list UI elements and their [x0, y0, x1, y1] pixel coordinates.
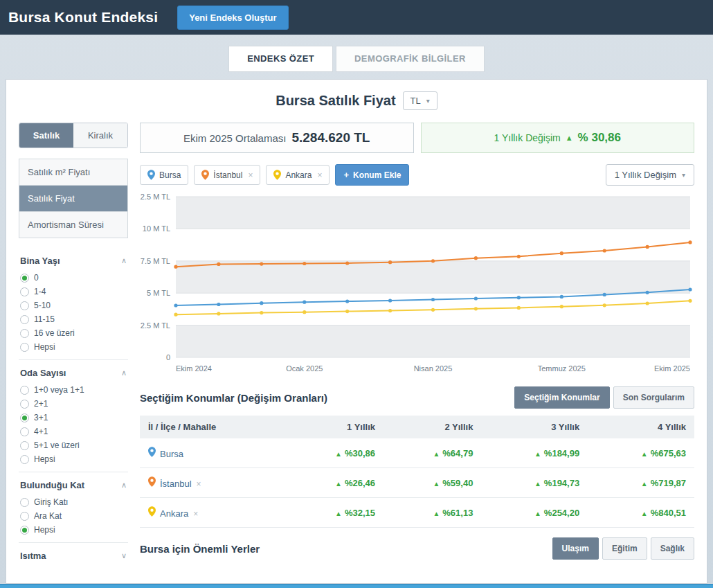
places-tab-ula-m[interactable]: Ulaşım — [552, 537, 599, 560]
up-triangle-icon: ▲ — [433, 450, 440, 458]
change-value: %32,15 — [345, 508, 375, 518]
tab-endeks-ozet[interactable]: ENDEKS ÖZET — [228, 46, 333, 72]
main-card: Bursa Satılık Fiyat TL ▾ SatılıkKiralık … — [6, 79, 707, 584]
radio-option-label: Hepsi — [34, 525, 55, 535]
radio-option-hepsi[interactable]: Hepsi — [19, 452, 128, 466]
change-value: % 30,86 — [578, 131, 621, 145]
radio-option-hepsi[interactable]: Hepsi — [19, 523, 128, 537]
svg-text:2.5 M TL: 2.5 M TL — [141, 321, 170, 330]
radio-option-16-ve-zeri[interactable]: 16 ve üzeri — [19, 326, 128, 340]
sidebar-item-sat-l-k-m-fiyat[interactable]: Satılık m² Fiyatı — [19, 159, 127, 186]
radio-option-11-15[interactable]: 11-15 — [19, 312, 128, 326]
svg-text:5 M TL: 5 M TL — [147, 289, 170, 297]
tab-demografik-bilgiler[interactable]: DEMOGRAFİK BİLGİLER — [336, 46, 485, 72]
radio-icon — [20, 427, 29, 436]
radio-option-1-0-veya-1-1[interactable]: 1+0 veya 1+1 — [19, 383, 128, 397]
radio-selected-icon — [20, 526, 29, 535]
sidebar-item-amortisman-s-resi[interactable]: Amortisman Süresi — [19, 212, 127, 238]
radio-option-label: Ara Kat — [34, 511, 62, 521]
filter-header-is-tma[interactable]: Isıtma∨ — [19, 543, 128, 566]
period-select[interactable]: 1 Yıllık Değişim ▾ — [606, 164, 694, 186]
change-value: %719,87 — [651, 478, 686, 488]
filter-header-bulundu-u-kat[interactable]: Bulunduğu Kat∧ — [19, 472, 128, 495]
location-name[interactable]: Ankara — [160, 508, 188, 519]
add-location-label: Konum Ekle — [353, 170, 401, 180]
location-chip-label: Bursa — [159, 170, 181, 180]
add-location-button[interactable]: + Konum Ekle — [335, 164, 409, 186]
column-header-1-y-ll-k: 1 Yıllık — [286, 416, 383, 438]
new-index-button[interactable]: Yeni Endeks Oluştur — [177, 6, 288, 30]
up-triangle-icon: ▲ — [335, 480, 342, 488]
radio-option-giri-kat[interactable]: Giriş Katı — [19, 495, 128, 509]
sidebar-menu: Satılık m² FiyatıSatılık FiyatAmortisman… — [19, 159, 128, 238]
sale-rent-toggle: SatılıkKiralık — [19, 123, 128, 148]
location-chip-ankara[interactable]: Ankara× — [266, 165, 330, 185]
places-tab-e-itim[interactable]: Eğitim — [602, 537, 647, 560]
remove-icon[interactable]: × — [197, 479, 201, 489]
radio-icon — [20, 512, 29, 521]
location-chip-i-stanbul[interactable]: İstanbul× — [194, 165, 260, 185]
view-button-son-sorgular-m[interactable]: Son Sorgularım — [613, 386, 694, 409]
filter-header-oda-say-s[interactable]: Oda Sayısı∧ — [19, 360, 128, 383]
chevron-down-icon: ∨ — [121, 551, 127, 560]
chevron-down-icon: ▾ — [426, 97, 430, 105]
location-cell: İstanbul× — [140, 468, 286, 498]
price-trend-chart: 02.5 M TL5 M TL7.5 M TL10 M TL12.5 M TLE… — [140, 193, 694, 377]
filter-header-bina-ya[interactable]: Bina Yaşı∧ — [19, 248, 128, 271]
average-price-box: Ekim 2025 Ortalaması 5.284.620 TL — [140, 123, 414, 153]
view-button-se-ti-im-konumlar[interactable]: Seçtiğim Konumlar — [514, 386, 609, 409]
location-cell: Ankara× — [140, 498, 286, 528]
app-header: Bursa Konut Endeksi Yeni Endeks Oluştur — [0, 0, 713, 35]
radio-option-2-1[interactable]: 2+1 — [19, 397, 128, 411]
change-value: %194,73 — [544, 478, 579, 488]
radio-option-5-1-ve-zeri[interactable]: 5+1 ve üzeri — [19, 438, 128, 452]
table-row-i-stanbul: İstanbul×▲%26,46▲%59,40▲%194,73▲%719,87 — [140, 468, 694, 498]
svg-text:12.5 M TL: 12.5 M TL — [140, 193, 170, 201]
change-value-cell: ▲%675,63 — [588, 438, 694, 468]
chevron-up-icon: ∧ — [121, 256, 127, 265]
change-value-cell: ▲%719,87 — [588, 468, 694, 498]
up-triangle-icon: ▲ — [335, 450, 342, 458]
chevron-down-icon: ▾ — [682, 171, 685, 179]
svg-text:Nisan 2025: Nisan 2025 — [414, 364, 453, 373]
radio-option-hepsi[interactable]: Hepsi — [19, 340, 128, 354]
change-value: %61,13 — [442, 508, 473, 518]
radio-option-ara-kat[interactable]: Ara Kat — [19, 509, 128, 523]
location-name[interactable]: Bursa — [160, 449, 183, 459]
change-label: 1 Yıllık Değişim — [494, 132, 561, 143]
main-content: Ekim 2025 Ortalaması 5.284.620 TL 1 Yıll… — [140, 123, 694, 566]
radio-option-label: 0 — [34, 273, 39, 283]
table-row-ankara: Ankara×▲%32,15▲%61,13▲%254,20▲%840,51 — [140, 498, 694, 528]
change-value: %254,20 — [544, 508, 579, 518]
sidebar-item-sat-l-k-fiyat[interactable]: Satılık Fiyat — [19, 186, 127, 212]
location-chip-bursa[interactable]: Bursa — [140, 165, 188, 185]
toggle-kiral-k[interactable]: Kiralık — [73, 123, 127, 148]
up-triangle-icon: ▲ — [534, 480, 541, 488]
column-header-3-y-ll-k: 3 Yıllık — [481, 416, 588, 438]
up-triangle-icon: ▲ — [641, 510, 648, 517]
radio-option-5-10[interactable]: 5-10 — [19, 299, 128, 312]
radio-option-3-1[interactable]: 3+1 — [19, 411, 128, 425]
radio-option-4-1[interactable]: 4+1 — [19, 425, 128, 438]
places-title: Bursa için Önemli Yerler — [140, 543, 260, 555]
location-name[interactable]: İstanbul — [160, 479, 192, 489]
line-chart-svg: 02.5 M TL5 M TL7.5 M TL10 M TL12.5 M TLE… — [140, 193, 694, 377]
change-value-cell: ▲%254,20 — [481, 498, 588, 528]
page-title: Bursa Satılık Fiyat — [276, 93, 395, 109]
change-value-cell: ▲%61,13 — [383, 498, 481, 528]
remove-icon[interactable]: × — [248, 170, 253, 180]
places-tab-sa-l-k[interactable]: Sağlık — [651, 537, 694, 560]
currency-select[interactable]: TL ▾ — [403, 91, 437, 110]
radio-option-label: 1+0 veya 1+1 — [34, 385, 84, 395]
svg-text:7.5 M TL: 7.5 M TL — [141, 257, 170, 265]
radio-option-1-4[interactable]: 1-4 — [19, 285, 128, 299]
remove-icon[interactable]: × — [317, 170, 322, 180]
radio-option-0[interactable]: 0 — [19, 271, 128, 285]
toggle-sat-l-k[interactable]: Satılık — [19, 123, 73, 148]
up-triangle-icon: ▲ — [433, 510, 440, 517]
remove-icon[interactable]: × — [193, 509, 198, 519]
sidebar: SatılıkKiralık Satılık m² FiyatıSatılık … — [19, 123, 128, 566]
filter-section-bulundu-u-kat: Bulunduğu Kat∧Giriş KatıAra KatHepsi — [19, 472, 128, 537]
change-value: %184,99 — [544, 448, 579, 458]
change-value-cell: ▲%30,86 — [286, 438, 383, 468]
